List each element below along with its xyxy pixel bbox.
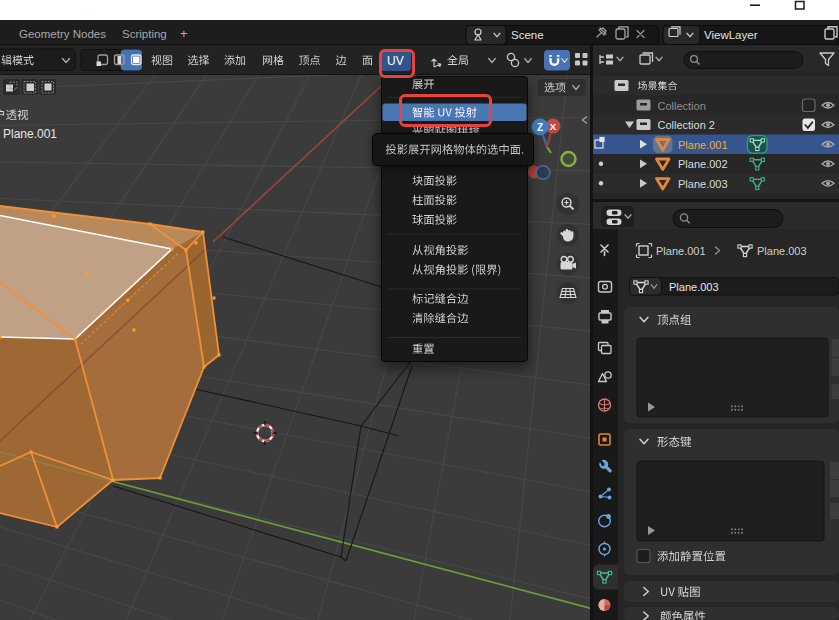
- svg-text:X: X: [550, 121, 557, 132]
- svg-text:Plane.001: Plane.001: [3, 127, 57, 141]
- svg-text:Z: Z: [537, 122, 543, 133]
